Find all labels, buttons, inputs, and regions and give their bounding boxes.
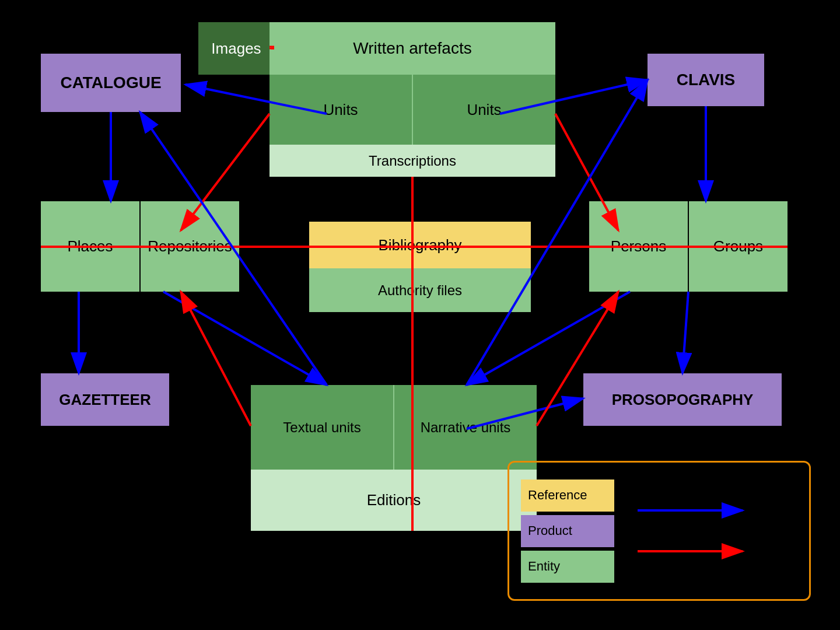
repositories-label: Repositories [141, 201, 239, 292]
textual-units-label: Textual units [251, 385, 394, 470]
unit-left-label: Units [270, 75, 413, 145]
bottom-to-repos-red [181, 292, 251, 426]
legend-entity: Entity [521, 551, 614, 583]
legend-arrows [638, 502, 754, 560]
repos-to-bottom-blue [163, 292, 327, 385]
authority-files-node: Bibliography Authority files [309, 222, 531, 312]
editions-label: Editions [251, 470, 537, 531]
places-label: Places [41, 201, 141, 292]
narrative-units-label: Narrative units [394, 385, 537, 470]
gazetteer-node: GAZETTEER [41, 373, 169, 426]
diagram-container: Images Written artefacts Units Units Tra… [0, 0, 840, 630]
prosopography-node: PROSOPOGRAPHY [583, 373, 782, 426]
places-repos-node: Places Repositories [41, 201, 239, 292]
unit-right-label: Units [413, 75, 555, 145]
gazetteer-label: GAZETTEER [59, 391, 150, 409]
legend-blue-arrow [638, 502, 754, 519]
text-narr-row: Textual units Narrative units [251, 385, 537, 470]
groups-label: Groups [689, 201, 788, 292]
bibliography-label: Bibliography [309, 222, 531, 268]
catalogue-label: CATALOGUE [60, 74, 161, 92]
pg-to-prosopo-blue [682, 292, 688, 373]
transcriptions-label: Transcriptions [270, 145, 555, 177]
clavis-node: CLAVIS [648, 54, 764, 106]
persons-label: Persons [589, 201, 689, 292]
legend-box: Reference Product Entity [508, 461, 811, 601]
catalogue-node: CATALOGUE [41, 54, 181, 112]
bottom-compound-node: Textual units Narrative units Editions [251, 385, 537, 531]
images-label: Images [211, 40, 261, 58]
written-artefacts-label: Written artefacts [270, 22, 555, 75]
legend-reference: Reference [521, 480, 614, 512]
legend-product: Product [521, 515, 614, 547]
persons-groups-node: Persons Groups [589, 201, 788, 292]
prosopography-label: PROSOPOGRAPHY [612, 391, 754, 409]
clavis-label: CLAVIS [677, 71, 736, 89]
images-node: Images [198, 22, 274, 75]
authority-label: Authority files [309, 268, 531, 312]
written-artefacts-node: Written artefacts Units Units Transcript… [270, 22, 555, 177]
units-row: Units Units [270, 75, 555, 145]
legend-items: Reference Product Entity [521, 480, 614, 583]
legend-red-arrow [638, 542, 754, 560]
